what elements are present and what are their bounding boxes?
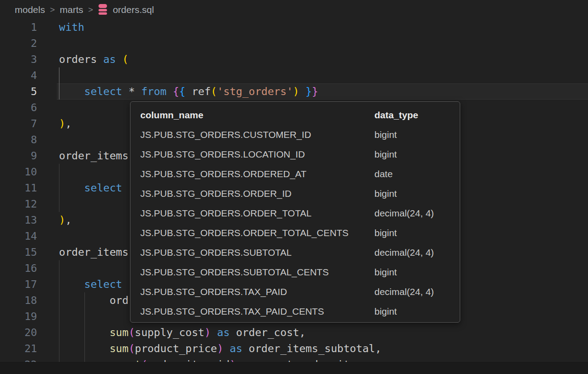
code-text: select [59,182,122,194]
indent-guide [59,308,59,324]
line-number: 13 [0,212,37,228]
popup-cell-column-name: JS.PUB.STG_ORDERS.ORDER_TOTAL_CENTS [140,228,374,238]
popup-cell-column-name: JS.PUB.STG_ORDERS.TAX_PAID_CENTS [140,306,374,317]
line-number: 14 [0,228,37,244]
line-number: 4 [0,67,37,83]
popup-cell-column-name: JS.PUB.STG_ORDERS.SUBTOTAL_CENTS [140,267,374,278]
breadcrumb-item-marts[interactable]: marts [60,4,84,15]
indent-guide [59,164,59,180]
code-text: select [59,278,122,291]
line-number: 17 [0,276,37,292]
hover-popup-column-table: column_name data_type JS.PUB.STG_ORDERS.… [130,101,460,323]
popup-row: JS.PUB.STG_ORDERS.ORDER_IDbigint [140,184,460,204]
code-text: select * from {{ ref('stg_orders') }} [59,85,318,98]
line-number: 8 [0,132,37,148]
code-line[interactable]: 1with [0,19,588,35]
line-number: 7 [0,116,37,132]
code-line[interactable]: 2 [0,35,588,51]
popup-cell-data-type: bigint [374,267,460,278]
popup-row: JS.PUB.STG_ORDERS.SUBTOTAL_CENTSbigint [140,262,460,282]
line-number: 18 [0,292,37,308]
line-number: 5 [0,83,37,100]
popup-cell-data-type: bigint [374,129,460,140]
popup-cell-column-name: JS.PUB.STG_ORDERS.LOCATION_ID [140,149,374,160]
popup-cell-data-type: decimal(24, 4) [374,208,460,219]
indent-guide [59,260,59,276]
line-number: 20 [0,324,37,341]
popup-cell-data-type: date [374,169,460,179]
code-text: orders as ( [59,53,129,66]
popup-cell-column-name: JS.PUB.STG_ORDERS.ORDER_TOTAL [140,208,374,219]
line-number: 1 [0,19,37,35]
popup-row: JS.PUB.STG_ORDERS.TAX_PAIDdecimal(24, 4) [140,282,460,302]
breadcrumb-item-models[interactable]: models [15,4,45,15]
code-text: order_items [59,246,129,258]
popup-cell-data-type: bigint [374,228,460,238]
popup-cell-column-name: JS.PUB.STG_ORDERS.TAX_PAID [140,287,374,297]
code-text: ), [59,117,71,130]
indent-guide [59,196,59,212]
line-number: 12 [0,196,37,212]
code-text: order_items [59,150,129,162]
popup-cell-column-name: JS.PUB.STG_ORDERS.SUBTOTAL [140,247,374,258]
popup-row: JS.PUB.STG_ORDERS.TAX_PAID_CENTSbigint [140,302,460,321]
popup-cell-data-type: bigint [374,306,460,317]
code-line[interactable]: 21 sum(product_price) as order_items_sub… [0,341,588,357]
popup-row: JS.PUB.STG_ORDERS.ORDER_TOTALdecimal(24,… [140,204,460,223]
breadcrumb-separator: > [88,5,93,15]
popup-header-column-name: column_name [140,110,374,121]
code-text: sum(supply_cost) as order_cost, [59,326,306,339]
code-line[interactable]: 3orders as ( [0,51,588,67]
popup-cell-data-type: decimal(24, 4) [374,247,460,258]
line-number: 9 [0,148,37,164]
popup-cell-data-type: decimal(24, 4) [374,287,460,297]
database-icon [97,4,108,16]
editor-bottom-strip [0,362,588,374]
line-number: 21 [0,341,37,357]
code-text: ord [59,294,129,307]
popup-row: JS.PUB.STG_ORDERS.LOCATION_IDbigint [140,145,460,164]
line-number: 3 [0,51,37,67]
popup-cell-column-name: JS.PUB.STG_ORDERS.CUSTOMER_ID [140,129,374,140]
code-editor-window: models > marts > orders.sql 1with23order… [0,0,588,374]
popup-header-data-type: data_type [374,110,460,121]
line-number: 19 [0,308,37,324]
popup-cell-data-type: bigint [374,149,460,160]
popup-cell-data-type: bigint [374,188,460,199]
line-number: 2 [0,35,37,51]
code-text: with [59,21,84,33]
popup-row: JS.PUB.STG_ORDERS.ORDERED_ATdate [140,164,460,184]
code-line[interactable]: 5 select * from {{ ref('stg_orders') }} [0,83,588,100]
breadcrumb: models > marts > orders.sql [0,0,588,19]
indent-guide [59,67,59,83]
code-line[interactable]: 20 sum(supply_cost) as order_cost, [0,324,588,341]
line-number: 16 [0,260,37,276]
popup-row: JS.PUB.STG_ORDERS.SUBTOTALdecimal(24, 4) [140,243,460,262]
popup-cell-column-name: JS.PUB.STG_ORDERS.ORDERED_AT [140,169,374,179]
breadcrumb-file-name[interactable]: orders.sql [113,4,154,15]
code-text: ), [59,214,71,226]
popup-header-row: column_name data_type [140,105,460,125]
line-number: 10 [0,164,37,180]
line-number: 11 [0,180,37,196]
indent-guide [84,308,85,324]
line-number: 6 [0,100,37,116]
popup-row: JS.PUB.STG_ORDERS.ORDER_TOTAL_CENTSbigin… [140,223,460,243]
line-number: 15 [0,244,37,260]
popup-row: JS.PUB.STG_ORDERS.CUSTOMER_IDbigint [140,125,460,145]
code-text: sum(product_price) as order_items_subtot… [59,342,382,355]
popup-cell-column-name: JS.PUB.STG_ORDERS.ORDER_ID [140,188,374,199]
breadcrumb-separator: > [50,5,55,15]
code-line[interactable]: 4 [0,67,588,83]
